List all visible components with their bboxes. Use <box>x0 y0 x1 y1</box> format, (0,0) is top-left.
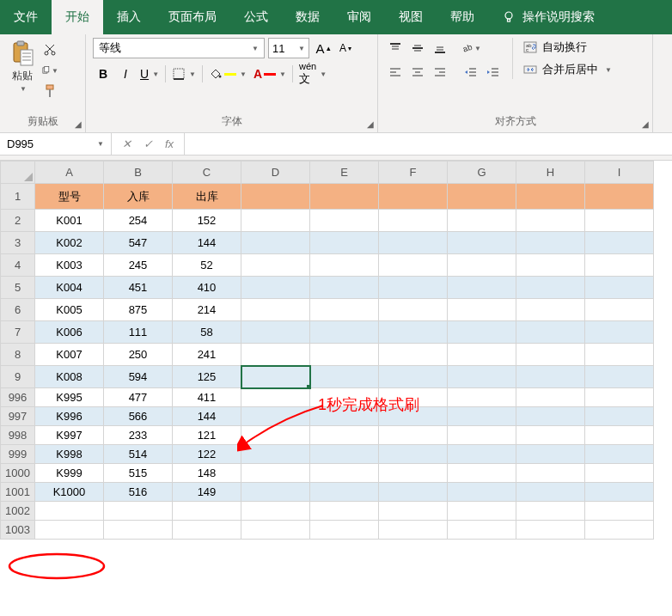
cell-B9[interactable]: 594 <box>104 366 173 388</box>
cell-G7[interactable] <box>448 321 516 344</box>
cell-E9[interactable] <box>310 366 379 388</box>
row-header-1003[interactable]: 1003 <box>1 521 35 540</box>
cell-H3[interactable] <box>516 232 585 254</box>
cell-A996[interactable]: K995 <box>35 388 104 407</box>
cell-D7[interactable] <box>241 321 310 344</box>
cell-C1003[interactable] <box>173 521 241 540</box>
cell-G4[interactable] <box>448 254 516 277</box>
align-middle-button[interactable] <box>407 38 428 58</box>
cell-E7[interactable] <box>310 321 379 344</box>
cell-C998[interactable]: 121 <box>173 426 241 445</box>
cell-F4[interactable] <box>379 254 448 277</box>
cell-A2[interactable]: K001 <box>35 210 104 232</box>
align-left-button[interactable] <box>385 62 406 82</box>
cell-G1000[interactable] <box>448 464 516 483</box>
italic-button[interactable]: I <box>115 64 136 84</box>
cell-I6[interactable] <box>585 299 654 321</box>
cell-H5[interactable] <box>516 277 585 299</box>
cell-G9[interactable] <box>448 366 516 388</box>
cell-E4[interactable] <box>310 254 379 277</box>
cell-I1003[interactable] <box>585 521 654 540</box>
cell-A999[interactable]: K998 <box>35 445 104 464</box>
cell-I3[interactable] <box>585 232 654 254</box>
cell-H1[interactable] <box>516 184 585 210</box>
col-header-D[interactable]: D <box>241 162 310 184</box>
cell-G2[interactable] <box>448 210 516 232</box>
cell-E999[interactable] <box>310 445 379 464</box>
cell-I999[interactable] <box>585 445 654 464</box>
copy-button[interactable]: ▼ <box>41 62 58 79</box>
select-all-corner[interactable] <box>1 162 35 184</box>
cell-C8[interactable]: 241 <box>173 344 241 366</box>
cell-F9[interactable] <box>379 366 448 388</box>
row-header-6[interactable]: 6 <box>1 299 35 321</box>
row-header-996[interactable]: 996 <box>1 388 35 407</box>
cell-G3[interactable] <box>448 232 516 254</box>
cell-F3[interactable] <box>379 232 448 254</box>
cell-E3[interactable] <box>310 232 379 254</box>
cell-E998[interactable] <box>310 426 379 445</box>
cell-G998[interactable] <box>448 426 516 445</box>
cell-G8[interactable] <box>448 344 516 366</box>
row-header-8[interactable]: 8 <box>1 344 35 366</box>
row-header-2[interactable]: 2 <box>1 210 35 232</box>
cell-B4[interactable]: 245 <box>104 254 173 277</box>
tell-me-search[interactable]: 操作说明搜索 <box>488 0 608 34</box>
formula-input[interactable] <box>185 133 672 155</box>
cell-C997[interactable]: 144 <box>173 407 241 426</box>
cell-D5[interactable] <box>241 277 310 299</box>
cell-C5[interactable]: 410 <box>173 277 241 299</box>
menu-item-1[interactable]: 开始 <box>52 0 103 34</box>
cell-C1000[interactable]: 148 <box>173 464 241 483</box>
cell-F998[interactable] <box>379 426 448 445</box>
cell-C3[interactable]: 144 <box>173 232 241 254</box>
cell-C1001[interactable]: 149 <box>173 483 241 502</box>
cell-F1002[interactable] <box>379 502 448 521</box>
cell-D997[interactable] <box>241 407 310 426</box>
font-dialog-launcher[interactable]: ◢ <box>367 119 374 129</box>
row-header-997[interactable]: 997 <box>1 407 35 426</box>
col-header-H[interactable]: H <box>516 162 585 184</box>
cell-E5[interactable] <box>310 277 379 299</box>
menu-item-8[interactable]: 帮助 <box>437 0 488 34</box>
cell-C999[interactable]: 122 <box>173 445 241 464</box>
cell-E2[interactable] <box>310 210 379 232</box>
clipboard-dialog-launcher[interactable]: ◢ <box>75 119 82 129</box>
row-header-9[interactable]: 9 <box>1 366 35 388</box>
font-size-select[interactable]: 11▼ <box>268 38 309 58</box>
cell-E1002[interactable] <box>310 502 379 521</box>
cancel-formula-button[interactable]: ✕ <box>122 137 131 150</box>
row-header-1002[interactable]: 1002 <box>1 502 35 521</box>
cell-A997[interactable]: K996 <box>35 407 104 426</box>
row-header-998[interactable]: 998 <box>1 426 35 445</box>
cell-G999[interactable] <box>448 445 516 464</box>
enter-formula-button[interactable]: ✓ <box>144 137 153 150</box>
align-right-button[interactable] <box>430 62 450 82</box>
cell-B996[interactable]: 477 <box>104 388 173 407</box>
cell-A4[interactable]: K003 <box>35 254 104 277</box>
cell-A998[interactable]: K997 <box>35 426 104 445</box>
cell-F2[interactable] <box>379 210 448 232</box>
cell-E1000[interactable] <box>310 464 379 483</box>
cell-G1[interactable] <box>448 184 516 210</box>
cell-H996[interactable] <box>516 388 585 407</box>
cell-H998[interactable] <box>516 426 585 445</box>
cell-I1000[interactable] <box>585 464 654 483</box>
align-top-button[interactable] <box>385 38 406 58</box>
cell-F8[interactable] <box>379 344 448 366</box>
cell-D1002[interactable] <box>241 502 310 521</box>
menu-item-7[interactable]: 视图 <box>385 0 437 34</box>
cell-D6[interactable] <box>241 299 310 321</box>
cell-B7[interactable]: 111 <box>104 321 173 344</box>
cell-B999[interactable]: 514 <box>104 445 173 464</box>
cell-F999[interactable] <box>379 445 448 464</box>
cell-B6[interactable]: 875 <box>104 299 173 321</box>
cell-B3[interactable]: 547 <box>104 232 173 254</box>
grow-font-button[interactable]: A▴ <box>313 38 333 58</box>
paste-button[interactable]: 粘贴 ▼ <box>7 38 38 95</box>
cell-D9[interactable] <box>241 366 310 388</box>
cell-A9[interactable]: K008 <box>35 366 104 388</box>
col-header-C[interactable]: C <box>173 162 241 184</box>
cell-A1000[interactable]: K999 <box>35 464 104 483</box>
cell-D1003[interactable] <box>241 521 310 540</box>
